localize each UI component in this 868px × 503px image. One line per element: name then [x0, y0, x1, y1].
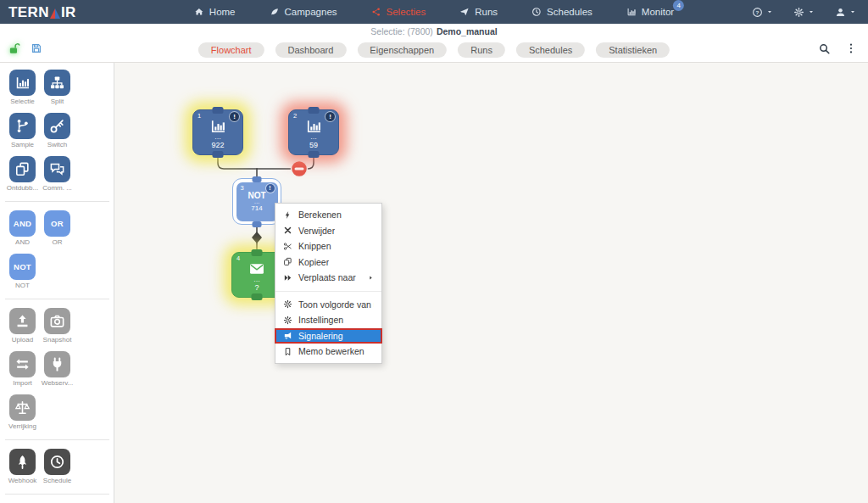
ternair-logo[interactable]: TERNIR: [8, 5, 76, 20]
palette-item-schedule[interactable]: Schedule: [40, 449, 75, 484]
user-menu[interactable]: [835, 7, 856, 18]
palette-item-comm[interactable]: Comm. ...: [40, 156, 75, 192]
node-port-top[interactable]: [309, 107, 320, 114]
palette-item-import[interactable]: Import: [5, 351, 40, 387]
nav-item-monitor[interactable]: Monitor4: [626, 7, 674, 17]
node-count: 59: [309, 141, 318, 149]
nav-item-label: Campagnes: [285, 7, 337, 17]
palette-item-or[interactable]: OROR: [40, 210, 75, 246]
palette-item-and[interactable]: ANDAND: [5, 210, 40, 246]
selection-name: Demo_manual: [437, 26, 498, 36]
tab-dashboard[interactable]: Dashboard: [275, 42, 347, 58]
palette-item-label: Ontdubb...: [7, 184, 38, 192]
tab-flowchart[interactable]: Flowchart: [198, 42, 264, 58]
more-options-button[interactable]: [845, 42, 857, 58]
warning-badge: !: [326, 112, 335, 121]
palette-item-label: Import: [13, 379, 32, 387]
chart-icon: [626, 7, 637, 17]
unlock-button[interactable]: [8, 42, 21, 59]
palette-item-switch[interactable]: Switch: [40, 113, 75, 148]
save-button[interactable]: [31, 42, 42, 58]
palette-item-webserv[interactable]: Webserv...: [40, 351, 75, 387]
palette-item-split[interactable]: Split: [40, 70, 75, 105]
palette-item-label: OR: [53, 238, 63, 246]
node-port-bottom[interactable]: [213, 151, 224, 158]
palette-item-upload[interactable]: Upload: [5, 308, 40, 344]
remove-connection-button[interactable]: [292, 161, 308, 177]
caret-down-icon: [766, 8, 773, 15]
menu-item-signalering[interactable]: Signalering: [275, 328, 382, 344]
gear-icon: [283, 316, 292, 325]
menu-item-verwijder[interactable]: Verwijder: [275, 223, 381, 239]
palette-item-label: NOT: [15, 282, 30, 289]
tab-statistieken[interactable]: Statistieken: [596, 42, 670, 58]
tab-schedules[interactable]: Schedules: [516, 42, 585, 58]
palette-group-1: SelectieSplitSampleSwitchOntdubb...Comm.…: [0, 68, 114, 199]
share-icon: [371, 7, 381, 17]
palette-group-4: WebhookSchedule: [0, 447, 114, 492]
palette-item-not[interactable]: NOTNOT: [5, 254, 40, 289]
node-port-bottom[interactable]: [309, 151, 320, 158]
node-selectie-1[interactable]: 1! ... 922: [192, 109, 243, 155]
gear-icon: [793, 7, 804, 18]
palette-item-sample[interactable]: Sample: [5, 113, 40, 148]
node-port-bottom[interactable]: [252, 293, 263, 300]
node-selectie-2[interactable]: 2! ... 59: [288, 109, 339, 155]
menu-item-verplaats-naar[interactable]: Verplaats naar: [275, 270, 381, 286]
node-number: 4: [236, 254, 240, 262]
menu-item-knippen[interactable]: Knippen: [275, 238, 381, 254]
nav-item-runs[interactable]: Runs: [459, 7, 498, 17]
connector-diamond[interactable]: [252, 232, 262, 243]
palette-item-snapshot[interactable]: Snapshot: [40, 308, 75, 344]
nav-item-campagnes[interactable]: Campagnes: [270, 7, 337, 17]
node-port-top[interactable]: [252, 249, 263, 256]
node-port-bottom[interactable]: [253, 221, 262, 227]
help-menu[interactable]: ?: [752, 7, 773, 18]
nav-item-schedules[interactable]: Schedules: [531, 7, 593, 17]
search-button[interactable]: [818, 42, 831, 59]
main-nav: HomeCampagnesSelectiesRunsSchedulesMonit…: [194, 0, 674, 24]
node-port-top[interactable]: [213, 107, 224, 114]
palette-item-label: Webhook: [8, 477, 37, 484]
node-count: 922: [211, 141, 224, 149]
gear-icon: [283, 299, 292, 309]
exchange-icon: [14, 356, 31, 372]
svg-text:?: ?: [756, 8, 760, 14]
menu-item-instellingen[interactable]: Instellingen: [275, 312, 381, 328]
node-dots: ...: [310, 135, 317, 139]
menu-item-berekenen[interactable]: Berekenen: [275, 207, 381, 223]
top-navbar: TERNIR HomeCampagnesSelectiesRunsSchedul…: [0, 0, 868, 24]
tab-runs[interactable]: Runs: [458, 42, 505, 58]
menu-divider: [275, 291, 381, 292]
copy-icon: [283, 257, 292, 266]
node-port-top[interactable]: [253, 176, 262, 182]
nav-item-home[interactable]: Home: [194, 7, 236, 17]
rocket-icon: [14, 454, 31, 470]
menu-item-kopieer[interactable]: Kopieer: [275, 254, 381, 271]
menu-item-toon-volgorde-van-uitv[interactable]: Toon volgorde van uitv...: [275, 297, 381, 313]
import-tile: [9, 351, 36, 377]
tab-eigenschappen[interactable]: Eigenschappen: [357, 42, 447, 58]
caret-down-icon: [849, 8, 856, 15]
palette-group-3: UploadSnapshotImportWebserv...Verrijking: [0, 306, 114, 438]
toolbar-right: [818, 42, 857, 59]
menu-item-label: Toon volgorde van uitv...: [298, 299, 374, 310]
chart-icon: [14, 75, 31, 91]
nav-item-selecties[interactable]: Selecties: [371, 7, 426, 17]
palette-item-selectie[interactable]: Selectie: [5, 70, 40, 105]
question-icon: ?: [752, 7, 763, 18]
palette-item-webhook[interactable]: Webhook: [5, 449, 40, 484]
menu-item-memo-bewerken[interactable]: Memo bewerken: [275, 344, 381, 360]
node-number: 3: [241, 184, 244, 192]
palette-item-ontdubb[interactable]: Ontdubb...: [5, 156, 40, 192]
palette-item-verrijking[interactable]: Verrijking: [5, 394, 40, 430]
brand-prefix: TERN: [8, 5, 49, 20]
megaphone-icon: [283, 331, 292, 340]
nav-item-label: Monitor: [642, 7, 674, 17]
flowchart-canvas[interactable]: 1! ... 922 2! ... 59 3 ! NOT ... 714: [114, 63, 868, 503]
selection-breadcrumb: Selectie: (7800) Demo_manual: [0, 24, 868, 38]
leaf-icon: [270, 7, 280, 17]
settings-menu[interactable]: [793, 7, 815, 18]
node-dots: ...: [253, 277, 260, 282]
upload-tile: [9, 308, 36, 334]
